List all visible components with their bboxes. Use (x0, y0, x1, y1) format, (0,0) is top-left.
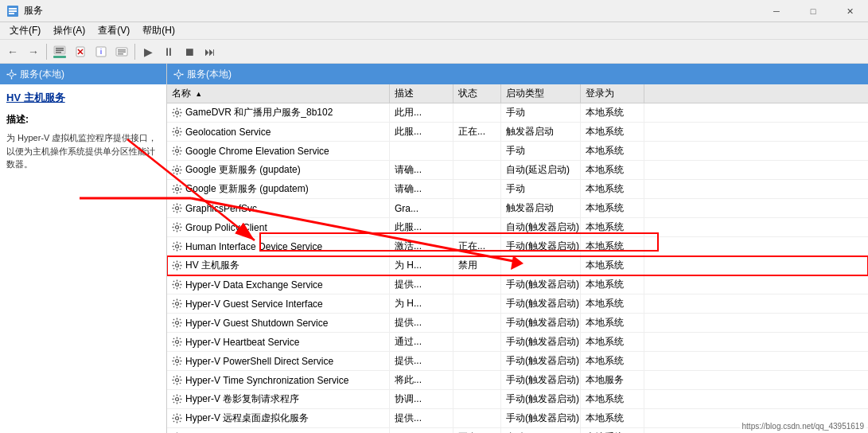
service-name-cell: GameDVR 和广播用户服务_8b102 (167, 103, 390, 122)
svg-rect-172 (180, 396, 181, 397)
svg-point-49 (176, 150, 179, 153)
svg-rect-28 (178, 77, 179, 80)
service-desc-cell: 此服... (390, 218, 453, 236)
table-row[interactable]: Hyper-V 卷影复制请求程序协调...手动(触发器启动)本地系统 (167, 390, 868, 409)
svg-point-130 (176, 322, 179, 325)
pause-service-button[interactable]: ⏸ (159, 42, 178, 61)
minimize-button[interactable]: ─ (758, 0, 795, 22)
right-services-icon (173, 69, 184, 80)
service-desc-cell (390, 142, 453, 160)
table-row[interactable]: GraphicsPerfSvcGra...触发器启动本地系统 (167, 199, 868, 218)
service-name-cell: Group Policy Client (167, 218, 390, 236)
svg-rect-32 (177, 108, 177, 110)
service-status-cell (453, 275, 501, 294)
col-header-name[interactable]: 名称 ▲ (167, 84, 390, 103)
svg-rect-163 (180, 376, 181, 378)
svg-rect-45 (173, 128, 175, 130)
svg-rect-181 (180, 415, 181, 416)
svg-rect-125 (181, 303, 182, 304)
menu-view[interactable]: 查看(V) (91, 22, 136, 39)
toolbar-separator-2 (134, 44, 135, 60)
svg-rect-162 (173, 376, 175, 378)
left-service-title[interactable]: HV 主机服务 (0, 84, 166, 111)
col-header-desc[interactable]: 描述 (390, 84, 453, 103)
svg-point-112 (176, 283, 179, 287)
gear-icon (172, 165, 182, 175)
menu-action[interactable]: 操作(A) (47, 22, 91, 39)
service-table[interactable]: 名称 ▲ 描述 状态 启动类型 登录为 GameDVR 和广播用户服务_8b10… (167, 84, 868, 433)
service-name-cell: Hyper-V 远程桌面虚拟化服务 (167, 409, 390, 427)
svg-rect-21 (7, 73, 10, 74)
gear-icon (172, 298, 182, 309)
table-row[interactable]: Hyper-V Heartbeat Service通过...手动(触发器启动)本… (167, 333, 868, 352)
table-row[interactable]: Group Policy Client此服...自动(触发器启动)本地系统 (167, 218, 868, 237)
table-row[interactable]: Hyper-V Guest Service Interface为 H...手动(… (167, 295, 868, 314)
service-startup-cell: 手动 (501, 142, 581, 160)
svg-rect-59 (177, 166, 177, 167)
service-startup-cell: 手动(触发器启动) (501, 371, 581, 389)
col-header-logon[interactable]: 登录为 (581, 84, 644, 103)
table-row[interactable]: Google Chrome Elevation Service手动本地系统 (167, 142, 868, 161)
table-row[interactable]: Human Interface Device Service激活...正在...… (167, 237, 868, 256)
svg-rect-61 (173, 170, 174, 170)
svg-rect-135 (173, 319, 175, 321)
svg-rect-134 (181, 322, 182, 323)
svg-rect-55 (180, 147, 181, 149)
service-startup-cell: 触发器启动 (501, 199, 581, 217)
table-row[interactable]: Hyper-V PowerShell Direct Service提供...手动… (167, 352, 868, 371)
stop-service-button[interactable]: ⏹ (180, 42, 199, 61)
export-button[interactable] (112, 42, 131, 61)
restart-service-button[interactable]: ⏭ (200, 42, 220, 61)
col-header-status[interactable]: 状态 (453, 84, 501, 103)
col-header-startup[interactable]: 启动类型 (501, 84, 581, 103)
start-service-button[interactable]: ▶ (138, 42, 158, 61)
svg-rect-70 (173, 189, 174, 189)
service-name-cell: GraphicsPerfSvc (167, 199, 390, 217)
left-panel-header: 服务(本地) (0, 64, 166, 84)
svg-rect-92 (173, 230, 175, 232)
svg-rect-164 (173, 383, 175, 384)
svg-rect-34 (173, 112, 174, 113)
service-logon-cell: 本地系统 (581, 218, 644, 236)
svg-rect-179 (181, 418, 182, 419)
gear-icon (172, 146, 182, 156)
service-name-cell: Hyper-V 卷影复制请求程序 (167, 390, 390, 408)
svg-rect-33 (177, 116, 177, 118)
service-desc-cell: 提供... (390, 352, 453, 370)
svg-point-18 (10, 72, 14, 76)
svg-point-76 (176, 207, 179, 210)
table-row[interactable]: Hyper-V Data Exchange Service提供...手动(触发器… (167, 275, 868, 295)
svg-rect-22 (14, 73, 17, 74)
delete-button[interactable] (71, 42, 90, 61)
svg-point-148 (176, 360, 179, 363)
table-row[interactable]: GameDVR 和广播用户服务_8b102此用...手动本地系统 (167, 103, 868, 123)
service-status-cell (453, 161, 501, 179)
table-row[interactable]: Geolocation Service此服...正在...触发器启动本地系统 (167, 123, 868, 142)
maximize-button[interactable]: □ (795, 0, 831, 22)
gear-icon (172, 356, 182, 366)
gear-icon (172, 222, 182, 232)
svg-rect-79 (173, 208, 174, 209)
table-row[interactable]: Google 更新服务 (gupdate)请确...自动(延迟启动)本地系统 (167, 161, 868, 180)
svg-rect-16 (118, 51, 126, 53)
up-button[interactable] (50, 42, 69, 61)
table-row[interactable]: Google 更新服务 (gupdatem)请确...手动本地系统 (167, 180, 868, 199)
svg-rect-44 (181, 131, 182, 132)
service-startup-cell: 手动(触发器启动) (501, 275, 581, 294)
svg-rect-118 (180, 281, 181, 283)
back-button[interactable]: ← (3, 42, 22, 61)
service-name: Hyper-V Data Exchange Service (185, 279, 323, 291)
close-button[interactable]: ✕ (831, 0, 868, 22)
svg-rect-167 (177, 395, 177, 396)
menu-file[interactable]: 文件(F) (3, 22, 47, 39)
table-row[interactable]: HV 主机服务为 H...禁用本地系统 (167, 256, 868, 275)
menu-help[interactable]: 帮助(H) (136, 22, 181, 39)
svg-rect-146 (173, 345, 175, 346)
properties-button[interactable]: i (91, 42, 111, 61)
svg-rect-48 (180, 135, 181, 136)
forward-button[interactable]: → (24, 42, 43, 61)
service-desc-cell: 此服... (390, 123, 453, 141)
table-row[interactable]: Hyper-V Guest Shutdown Service提供...手动(触发… (167, 314, 868, 333)
svg-rect-96 (177, 250, 177, 252)
table-row[interactable]: Hyper-V Time Synchronization Service将此..… (167, 371, 868, 390)
